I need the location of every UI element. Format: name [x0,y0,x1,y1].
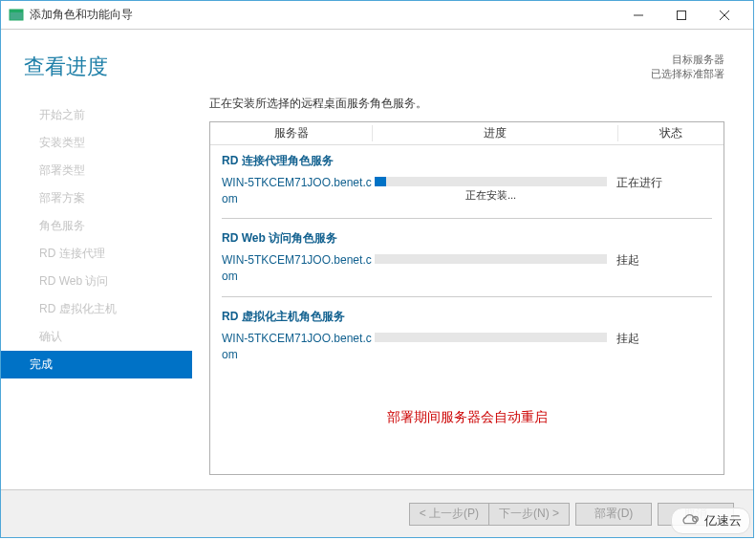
server-name: WIN-5TKCEM71JOO.benet.com [222,175,375,207]
progress-cell [375,252,616,264]
progress-cell [375,331,616,342]
group-title: RD Web 访问角色服务 [222,230,712,247]
server-name: WIN-5TKCEM71JOO.benet.com [222,331,375,363]
next-button[interactable]: 下一步(N) > [488,503,570,526]
server-row: WIN-5TKCEM71JOO.benet.com挂起 [222,252,712,285]
content-area: 正在安装所选择的远程桌面服务角色服务。 服务器 进度 状态 RD 连接代理角色服… [192,96,753,489]
install-status-text: 正在安装所选择的远程桌面服务角色服务。 [209,96,724,112]
app-icon [9,8,24,23]
wizard-body: 开始之前安装类型部署类型部署方案角色服务RD 连接代理RD Web 访问RD 虚… [1,88,753,489]
deploy-button[interactable]: 部署(D) [575,503,652,526]
progress-bar [375,177,607,186]
col-status: 状态 [618,125,724,141]
role-group: RD 虚拟化主机角色服务WIN-5TKCEM71JOO.benet.com挂起 [210,301,724,371]
sidebar-step: 角色服务 [1,212,192,240]
col-progress: 进度 [373,125,618,141]
titlebar: 添加角色和功能向导 [1,1,753,30]
sidebar: 开始之前安装类型部署类型部署方案角色服务RD 连接代理RD Web 访问RD 虚… [1,96,192,489]
sidebar-step: 开始之前 [1,101,192,129]
window-title: 添加角色和功能向导 [30,7,616,23]
sidebar-step: 安装类型 [1,129,192,157]
progress-cell: 正在安装... [375,175,616,203]
sidebar-step: RD Web 访问 [1,268,192,295]
server-row: WIN-5TKCEM71JOO.benet.com挂起 [222,331,712,363]
status-text: 正在进行 [616,175,712,191]
footer: < 上一步(P) 下一步(N) > 部署(D) 取消 [1,489,753,537]
svg-rect-1 [10,10,23,12]
divider [222,218,712,219]
sidebar-step: RD 连接代理 [1,240,192,268]
group-title: RD 连接代理角色服务 [222,153,712,169]
server-name: WIN-5TKCEM71JOO.benet.com [222,252,375,285]
sidebar-step: RD 虚拟化主机 [1,295,192,323]
dest-value: 已选择标准部署 [651,67,724,81]
wizard-window: 添加角色和功能向导 查看进度 目标服务器 已选择标准部署 开始之前安装类型部署类… [0,0,754,538]
sidebar-step: 部署方案 [1,184,192,212]
nav-button-group: < 上一步(P) 下一步(N) > [409,503,570,526]
status-text: 挂起 [616,331,712,347]
progress-bar [375,254,607,264]
svg-rect-3 [677,11,685,19]
dest-label: 目标服务器 [651,53,724,67]
role-group: RD 连接代理角色服务WIN-5TKCEM71JOO.benet.com正在安装… [210,145,724,215]
group-title: RD 虚拟化主机角色服务 [222,309,712,325]
sidebar-step: 确认 [1,323,192,351]
role-group: RD Web 访问角色服务WIN-5TKCEM71JOO.benet.com挂起 [210,223,724,292]
col-server: 服务器 [210,125,373,141]
close-button[interactable] [702,2,745,29]
progress-panel: 服务器 进度 状态 RD 连接代理角色服务WIN-5TKCEM71JOO.ben… [209,121,724,475]
svg-point-6 [693,516,699,522]
window-controls [616,2,745,29]
restart-warning: 部署期间服务器会自动重启 [210,409,724,426]
table-header: 服务器 进度 状态 [210,122,724,145]
watermark: 亿速云 [671,508,750,534]
status-text: 挂起 [616,252,712,269]
sidebar-step: 完成 [1,351,192,378]
progress-bar [375,333,607,342]
watermark-text: 亿速云 [704,512,742,529]
minimize-button[interactable] [616,2,659,29]
divider [222,296,712,297]
sidebar-step: 部署类型 [1,157,192,184]
maximize-button[interactable] [659,2,702,29]
progress-text: 正在安装... [375,188,607,203]
page-header: 查看进度 目标服务器 已选择标准部署 [1,30,753,88]
page-title: 查看进度 [24,53,108,81]
server-row: WIN-5TKCEM71JOO.benet.com正在安装...正在进行 [222,175,712,207]
previous-button[interactable]: < 上一步(P) [409,503,488,526]
cloud-icon [680,513,701,529]
destination-info: 目标服务器 已选择标准部署 [651,53,724,82]
